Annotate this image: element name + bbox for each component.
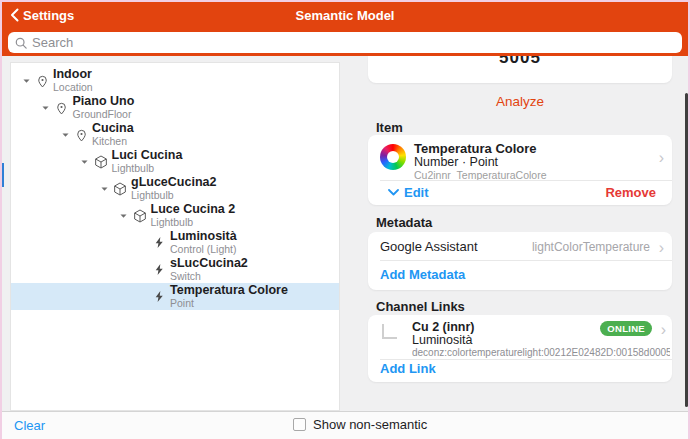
tree-item-type: Point	[170, 297, 288, 309]
edit-label: Edit	[404, 185, 429, 200]
tree-expand-toggle[interactable]	[78, 158, 92, 166]
tree-item-icon-wrap	[150, 235, 168, 251]
tree-item-name: sLucCucina2	[170, 257, 248, 270]
item-type: Number · Point	[414, 155, 498, 169]
tree-item-type: Lightbulb	[151, 216, 236, 228]
content-area: IndoorLocationPiano UnoGroundFloorCucina…	[0, 56, 690, 411]
tree-item[interactable]: CucinaKitchen	[11, 121, 339, 148]
item-detail-panel: 5005 Analyze Item Temperatura Colore Num…	[345, 56, 690, 411]
tree-item[interactable]: IndoorLocation	[11, 67, 339, 94]
tree-item-icon-wrap	[92, 154, 110, 170]
point-bolt-icon	[153, 262, 166, 277]
chevron-right-icon: ›	[659, 149, 664, 167]
tree-item-type: Switch	[170, 270, 248, 282]
tree-item[interactable]: sLucCucina2Switch	[11, 256, 339, 283]
tree-item[interactable]: Piano UnoGroundFloor	[11, 94, 339, 121]
vertical-scrollbar[interactable]	[685, 93, 688, 407]
channel-link-row[interactable]: Cu 2 (innr) ONLINE › Luminosità deconz:c…	[368, 315, 672, 359]
item-state-value: 5005	[368, 56, 672, 68]
item-card[interactable]: Temperatura Colore Number · Point Cu2inn…	[368, 135, 672, 205]
tree-item-text: sLucCucina2Switch	[170, 257, 248, 282]
tree-item-text: Luce Cucina 2Lightbulb	[151, 203, 236, 228]
clear-button[interactable]: Clear	[14, 418, 45, 433]
metadata-value: lightColorTemperature	[532, 240, 650, 254]
tree-item-icon-wrap	[131, 208, 149, 224]
checkbox-icon[interactable]	[293, 418, 306, 431]
chevron-right-icon: ›	[661, 321, 666, 339]
point-bolt-icon	[153, 235, 166, 250]
chevron-down-icon[interactable]	[119, 212, 128, 220]
tree-item-type: Lightbulb	[131, 189, 216, 201]
chevron-down-icon[interactable]	[61, 131, 70, 139]
navbar: Settings Semantic Model	[0, 0, 690, 30]
chevron-down-icon[interactable]	[22, 77, 31, 85]
tree-item[interactable]: LuminositàControl (Light)	[11, 229, 339, 256]
chevron-down-icon	[388, 189, 399, 196]
tree-expand-toggle[interactable]	[39, 104, 53, 112]
chevron-down-icon[interactable]	[41, 104, 50, 112]
location-icon	[35, 73, 50, 89]
edit-button[interactable]: Edit	[388, 185, 429, 200]
tree-item[interactable]: Luce Cucina 2Lightbulb	[11, 202, 339, 229]
status-badge: ONLINE	[600, 321, 652, 336]
tree-expand-toggle[interactable]	[97, 185, 111, 193]
remove-button[interactable]: Remove	[605, 185, 656, 200]
tree-expand-toggle[interactable]	[58, 131, 72, 139]
add-metadata-button[interactable]: Add Metadata	[380, 267, 465, 282]
item-actions-row: Edit Remove	[368, 181, 672, 205]
tree-item[interactable]: Temperatura ColorePoint	[11, 283, 339, 310]
item-name: Temperatura Colore	[414, 141, 537, 156]
channel-link-uid: deconz:colortemperaturelight:00212E02482…	[412, 347, 670, 358]
metadata-section-label: Metadata	[376, 215, 432, 230]
semantic-model-page: Settings Semantic Model Search IndoorLoc…	[0, 0, 690, 439]
tree-item-name: Indoor	[53, 68, 93, 81]
show-non-semantic-toggle[interactable]: Show non-semantic	[293, 417, 427, 432]
channel-link-name: Cu 2 (innr)	[412, 320, 475, 334]
equipment-cube-icon	[132, 208, 148, 224]
tree-item-name: gLuceCucina2	[131, 176, 216, 189]
tree-item-name: Luminosità	[170, 230, 237, 243]
equipment-cube-icon	[112, 181, 128, 197]
tree-item[interactable]: gLuceCucina2Lightbulb	[11, 175, 339, 202]
location-icon	[54, 100, 69, 116]
add-link-button[interactable]: Add Link	[380, 361, 436, 376]
tree-item-type: Lightbulb	[112, 162, 183, 174]
tree-item-text: CucinaKitchen	[92, 122, 134, 147]
metadata-row-google-assistant[interactable]: Google Assistant lightColorTemperature ›	[368, 232, 672, 260]
tree-item-type: GroundFloor	[73, 108, 135, 120]
equipment-cube-icon	[93, 154, 109, 170]
tree-expand-toggle[interactable]	[117, 212, 131, 220]
tree-item-type: Location	[53, 81, 93, 93]
tree-item-icon-wrap	[150, 289, 168, 305]
tree-item-icon-wrap	[72, 127, 90, 143]
tree-item-type: Kitchen	[92, 135, 134, 147]
tree-item-text: Temperatura ColorePoint	[170, 284, 288, 309]
tree-item-icon-wrap	[150, 262, 168, 278]
tree-item-type: Control (Light)	[170, 243, 237, 255]
chevron-down-icon[interactable]	[80, 158, 89, 166]
tree-item-icon-wrap	[33, 73, 51, 89]
divider	[380, 359, 672, 360]
metadata-card: Google Assistant lightColorTemperature ›…	[368, 232, 672, 290]
tree-item[interactable]: Luci CucinaLightbulb	[11, 148, 339, 175]
checkbox-label: Show non-semantic	[313, 417, 427, 432]
model-tree: IndoorLocationPiano UnoGroundFloorCucina…	[10, 62, 340, 411]
chevron-down-icon[interactable]	[100, 185, 109, 193]
channel-links-section-label: Channel Links	[376, 299, 465, 314]
tree-item-icon-wrap	[53, 100, 71, 116]
tree-item-icon-wrap	[111, 181, 129, 197]
search-icon	[15, 37, 27, 49]
location-icon	[74, 127, 89, 143]
tree-item-name: Piano Uno	[73, 95, 135, 108]
tree-expand-toggle[interactable]	[19, 77, 33, 85]
tree-item-name: Temperatura Colore	[170, 284, 288, 297]
metadata-name: Google Assistant	[380, 239, 478, 254]
search-input[interactable]: Search	[8, 32, 682, 53]
bottom-toolbar: Clear Show non-semantic	[0, 411, 690, 439]
tree-item-name: Luci Cucina	[112, 149, 183, 162]
analyze-button[interactable]: Analyze	[368, 83, 672, 119]
point-bolt-icon	[153, 289, 166, 304]
tree-item-text: Luci CucinaLightbulb	[112, 149, 183, 174]
state-card: 5005	[368, 56, 672, 83]
color-wheel-icon	[380, 144, 406, 170]
